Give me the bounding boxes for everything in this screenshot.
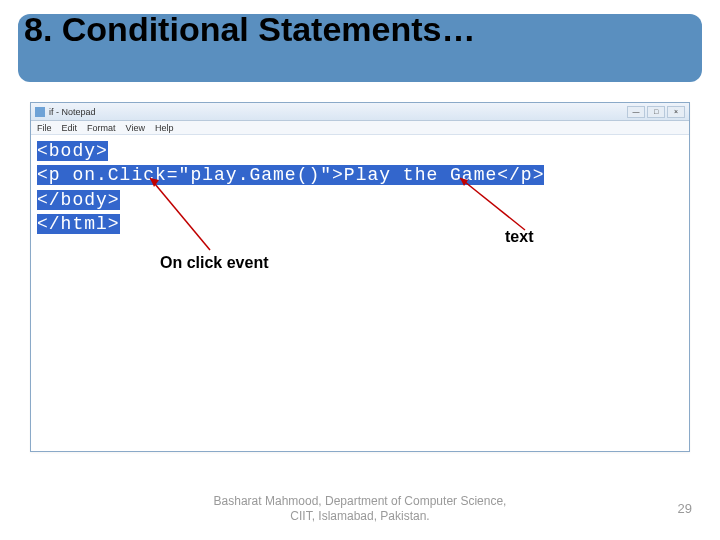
notepad-window: if - Notepad — □ × File Edit Format View… [30,102,690,452]
window-controls: — □ × [627,106,685,118]
close-icon[interactable]: × [667,106,685,118]
page-number: 29 [678,501,692,516]
menu-file[interactable]: File [37,123,52,133]
annotation-onclick: On click event [160,254,269,272]
code-line-3: </body> [37,190,120,210]
menu-view[interactable]: View [126,123,145,133]
maximize-icon[interactable]: □ [647,106,665,118]
code-line-1: <body> [37,141,108,161]
menu-format[interactable]: Format [87,123,116,133]
slide-title: 8. Conditional Statements… [24,10,476,49]
menubar: File Edit Format View Help [31,121,689,135]
window-titlebar: if - Notepad — □ × [31,103,689,121]
footer: Basharat Mahmood, Department of Computer… [0,494,720,524]
menu-help[interactable]: Help [155,123,174,133]
code-line-4: </html> [37,214,120,234]
notepad-icon [35,107,45,117]
code-area[interactable]: <body> <p on.Click="play.Game()">Play th… [31,135,689,240]
minimize-icon[interactable]: — [627,106,645,118]
window-title-text: if - Notepad [49,107,96,117]
annotation-text: text [505,228,533,246]
code-line-2: <p on.Click="play.Game()">Play the Game<… [37,165,544,185]
menu-edit[interactable]: Edit [62,123,78,133]
footer-author: Basharat Mahmood, Department of Computer… [210,494,510,524]
